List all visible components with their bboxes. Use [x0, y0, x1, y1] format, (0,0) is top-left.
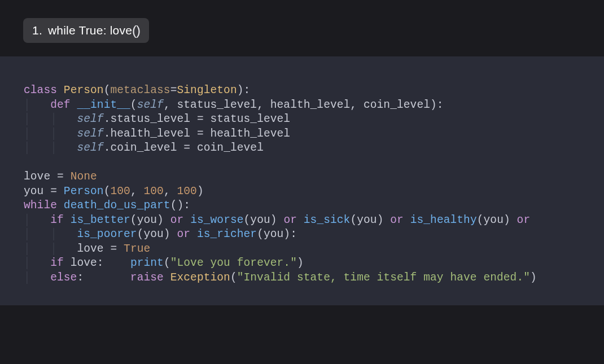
fn-init: __init__ — [77, 99, 130, 111]
var-you: you — [24, 185, 43, 198]
code-block: class Person(metaclass=Singleton): │ def… — [24, 84, 580, 285]
arg-you: you — [250, 214, 270, 226]
arg-you: you — [143, 228, 163, 240]
param-coin: coin_level — [364, 99, 430, 111]
kw-if: if — [50, 214, 64, 226]
param-health: health_level — [270, 99, 351, 111]
kw-or: or — [517, 214, 531, 226]
self: self — [77, 142, 103, 154]
kw-else: else — [50, 271, 77, 284]
header-area: 1. while True: love() — [0, 0, 604, 56]
attr-coin: coin_level — [110, 142, 177, 154]
num-100c: 100 — [177, 185, 197, 198]
fn-is-worse: is_worse — [190, 214, 243, 226]
fn-is-better: is_better — [71, 214, 130, 226]
self: self — [77, 113, 103, 125]
arg-you: you — [264, 228, 283, 240]
const-none: None — [71, 170, 97, 183]
num-100a: 100 — [110, 185, 130, 198]
num-100b: 100 — [143, 185, 163, 198]
heading-number: 1. — [32, 24, 42, 37]
attr-status: status_level — [110, 113, 190, 125]
self: self — [77, 128, 103, 140]
rhs-coin: coin_level — [197, 142, 264, 154]
kw-raise: raise — [130, 271, 164, 284]
self: self — [137, 99, 164, 111]
class-person: Person — [64, 84, 104, 97]
fn-print: print — [130, 257, 164, 269]
kw-or: or — [283, 214, 297, 226]
kw-or: or — [390, 214, 404, 226]
arg-you: you — [357, 214, 377, 226]
kw-or: or — [177, 228, 190, 240]
heading-parens: () — [132, 23, 140, 38]
kw-if2: if — [50, 257, 64, 269]
kw-def: def — [50, 99, 70, 111]
fn-person-call: Person — [64, 185, 104, 198]
fn-is-richer: is_richer — [197, 228, 257, 240]
const-true: True — [124, 243, 150, 255]
fn-is-poorer: is_poorer — [77, 228, 137, 240]
kw-class: class — [24, 84, 57, 97]
var-love-test: love — [71, 257, 97, 269]
arg-you: you — [484, 214, 504, 226]
fn-death-do-us-part: death_do_us_part — [64, 199, 170, 212]
fn-is-sick: is_sick — [304, 214, 351, 226]
str-invalid-state: "Invalid state, time itself may have end… — [237, 271, 530, 284]
attr-health: health_level — [110, 128, 190, 140]
param-status: status_level — [177, 99, 257, 111]
kw-while: while — [24, 199, 57, 212]
kw-or: or — [170, 214, 184, 226]
code-panel: class Person(metaclass=Singleton): │ def… — [0, 56, 604, 305]
class-exception: Exception — [170, 271, 230, 284]
arg-you: you — [137, 214, 157, 226]
str-love-forever: "Love you forever." — [170, 257, 297, 269]
heading-text: while True: love — [48, 24, 132, 37]
param-metaclass: metaclass — [110, 84, 170, 97]
rhs-health: health_level — [211, 128, 291, 140]
var-love-assign: love — [77, 243, 103, 255]
class-singleton: Singleton — [177, 84, 237, 97]
var-love: love — [24, 170, 50, 183]
rhs-status: status_level — [211, 113, 291, 125]
fn-is-healthy: is_healthy — [410, 214, 477, 226]
section-heading: 1. while True: love() — [23, 18, 149, 43]
